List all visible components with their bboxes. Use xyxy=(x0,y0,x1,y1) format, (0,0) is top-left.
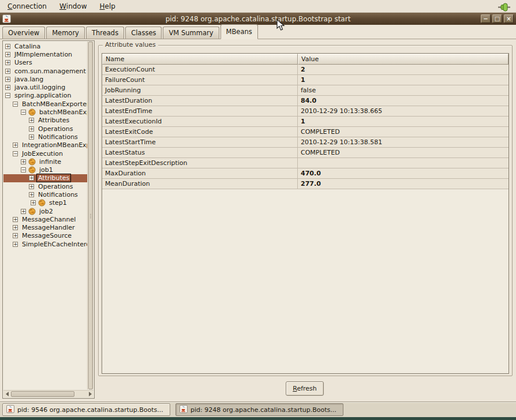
tree-item-jmimplementation[interactable]: +JMImplementation xyxy=(3,50,87,58)
tree-item-batchmbeanexporter[interactable]: −batchMBeanExporter xyxy=(3,108,87,116)
tab-overview[interactable]: Overview xyxy=(2,27,45,39)
expand-toggle-icon[interactable]: + xyxy=(29,175,34,181)
expand-toggle-icon[interactable]: + xyxy=(13,233,18,238)
collapse-toggle-icon[interactable]: − xyxy=(13,102,18,107)
collapse-toggle-icon[interactable]: − xyxy=(21,167,26,172)
expand-toggle-icon[interactable]: + xyxy=(21,209,26,214)
expand-toggle-icon[interactable]: + xyxy=(5,52,10,57)
column-header-name[interactable]: Name xyxy=(102,54,298,65)
attribute-name-cell: FailureCount xyxy=(102,75,298,85)
tree-item-attributes[interactable]: +Attributes xyxy=(3,117,87,125)
java-app-icon xyxy=(6,405,14,415)
tree-item-simpleehcacheinterceptor[interactable]: +SimpleEhCacheInterceptor xyxy=(3,240,87,248)
expand-toggle-icon[interactable]: + xyxy=(5,44,10,49)
internal-frame-titlebar[interactable]: pid: 9248 org.apache.catalina.startup.Bo… xyxy=(0,13,516,25)
expand-toggle-icon[interactable]: + xyxy=(5,69,10,74)
tree-item-label: Attributes xyxy=(36,116,71,125)
tree-item-job2[interactable]: +job2 xyxy=(3,207,87,215)
collapse-toggle-icon[interactable]: − xyxy=(21,110,26,115)
tree-item-infinite[interactable]: +infinite xyxy=(3,158,87,166)
menu-item-help[interactable]: Help xyxy=(94,0,122,12)
tree-item-java-util-logging[interactable]: +java.util.logging xyxy=(3,83,87,91)
tree-item-step1[interactable]: +step1 xyxy=(3,199,87,207)
tree-item-messagesource[interactable]: +MessageSource xyxy=(3,232,87,240)
expand-toggle-icon[interactable]: + xyxy=(29,192,34,197)
taskbar-button[interactable]: pid: 9546 org.apache.catalina.startup.Bo… xyxy=(2,403,170,416)
tree-item-operations[interactable]: +Operations xyxy=(3,125,87,133)
expand-toggle-icon[interactable]: + xyxy=(5,85,10,90)
tree-item-com-sun-management[interactable]: +com.sun.management xyxy=(3,67,87,75)
tree-item-java-lang[interactable]: +java.lang xyxy=(3,75,87,83)
attribute-value-cell[interactable] xyxy=(298,158,508,168)
expand-toggle-icon[interactable]: + xyxy=(13,225,18,230)
tab-classes[interactable]: Classes xyxy=(125,27,162,39)
connection-status-icon xyxy=(498,3,512,13)
taskbar-button[interactable]: pid: 9248 org.apache.catalina.startup.Bo… xyxy=(175,403,343,416)
attribute-name-cell: LatestExitCode xyxy=(102,127,298,137)
attribute-value-cell[interactable]: 2 xyxy=(298,65,508,74)
attribute-value-cell[interactable]: 277.0 xyxy=(298,179,508,189)
scroll-right-arrow-icon[interactable] xyxy=(87,391,94,397)
tree-item-notifications[interactable]: +Notifications xyxy=(3,190,87,198)
vertical-scrollbar-thumb[interactable] xyxy=(88,42,93,389)
column-header-value[interactable]: Value xyxy=(298,54,508,65)
attribute-value-cell[interactable]: 2010-12-29 10:13:38.581 xyxy=(298,137,508,147)
expand-toggle-icon[interactable]: + xyxy=(5,60,10,65)
tree-item-messagechannel[interactable]: +MessageChannel xyxy=(3,215,87,223)
tree-item-attributes[interactable]: +Attributes xyxy=(3,174,87,182)
attribute-value-cell[interactable]: COMPLETED xyxy=(298,148,508,158)
attribute-name-cell: MeanDuration xyxy=(102,179,298,189)
expand-toggle-icon[interactable]: + xyxy=(29,126,34,132)
attribute-value-cell[interactable]: 2010-12-29 10:13:38.665 xyxy=(298,106,508,116)
maximize-icon[interactable]: □ xyxy=(492,14,502,23)
attribute-value-cell[interactable]: 1 xyxy=(298,117,508,126)
tab-memory[interactable]: Memory xyxy=(46,27,85,39)
attribute-value-cell[interactable]: 84.0 xyxy=(298,96,508,106)
menu-item-connection[interactable]: Connection xyxy=(1,0,53,12)
tree-item-jobexecution[interactable]: −JobExecution xyxy=(3,149,87,158)
tree-item-catalina[interactable]: +Catalina xyxy=(3,42,87,50)
collapse-toggle-icon[interactable]: − xyxy=(13,151,18,156)
expand-toggle-icon[interactable]: + xyxy=(29,184,34,189)
table-row: MaxDuration470.0 xyxy=(102,168,508,179)
desktop-panel-edge xyxy=(0,417,516,420)
minimize-icon[interactable]: − xyxy=(481,14,491,23)
horizontal-scrollbar-thumb[interactable] xyxy=(11,391,74,397)
refresh-button[interactable]: Refresh xyxy=(286,381,324,396)
collapse-toggle-icon[interactable]: − xyxy=(5,93,10,98)
tree-item-integrationmbeanexporter[interactable]: +IntegrationMBeanExporter xyxy=(3,141,87,149)
tree-item-users[interactable]: +Users xyxy=(3,59,87,67)
attribute-name-cell: LatestStatus xyxy=(102,148,298,158)
tree-item-label: MessageHandler xyxy=(20,223,77,232)
attribute-value-cell[interactable]: 470.0 xyxy=(298,168,508,178)
expand-toggle-icon[interactable]: + xyxy=(29,134,34,140)
attribute-value-cell[interactable]: 1 xyxy=(298,75,508,85)
attribute-value-cell[interactable]: false xyxy=(298,85,508,95)
expand-toggle-icon[interactable]: + xyxy=(13,242,18,247)
tree-vertical-scrollbar[interactable] xyxy=(87,42,94,389)
tree-horizontal-scrollbar[interactable] xyxy=(3,390,94,397)
tree-item-messagehandler[interactable]: +MessageHandler xyxy=(3,224,87,232)
menu-item-window[interactable]: Window xyxy=(53,0,94,12)
tab-mbeans[interactable]: MBeans xyxy=(220,24,258,39)
expand-toggle-icon[interactable]: + xyxy=(13,217,18,222)
menubar: ConnectionWindowHelp xyxy=(0,0,516,13)
mbean-icon xyxy=(28,158,36,166)
tree-item-operations[interactable]: +Operations xyxy=(3,182,87,190)
tab-threads[interactable]: Threads xyxy=(86,27,124,39)
attribute-value-cell[interactable]: COMPLETED xyxy=(298,127,508,137)
expand-toggle-icon[interactable]: + xyxy=(31,200,36,205)
attribute-name-cell: LatestDuration xyxy=(102,96,298,106)
tree-item-job1[interactable]: −job1 xyxy=(3,166,87,174)
table-header: Name Value xyxy=(102,54,508,65)
close-icon[interactable]: × xyxy=(504,14,514,23)
expand-toggle-icon[interactable]: + xyxy=(5,77,10,82)
tree-item-notifications[interactable]: +Notifications xyxy=(3,133,87,141)
tree-item-spring-application[interactable]: −spring.application xyxy=(3,92,87,100)
tree-item-batchmbeanexporter[interactable]: −BatchMBeanExporter xyxy=(3,100,87,108)
tab-vm-summary[interactable]: VM Summary xyxy=(163,27,219,39)
scroll-left-arrow-icon[interactable] xyxy=(3,391,10,397)
expand-toggle-icon[interactable]: + xyxy=(13,142,18,148)
expand-toggle-icon[interactable]: + xyxy=(29,118,34,123)
expand-toggle-icon[interactable]: + xyxy=(21,159,26,164)
